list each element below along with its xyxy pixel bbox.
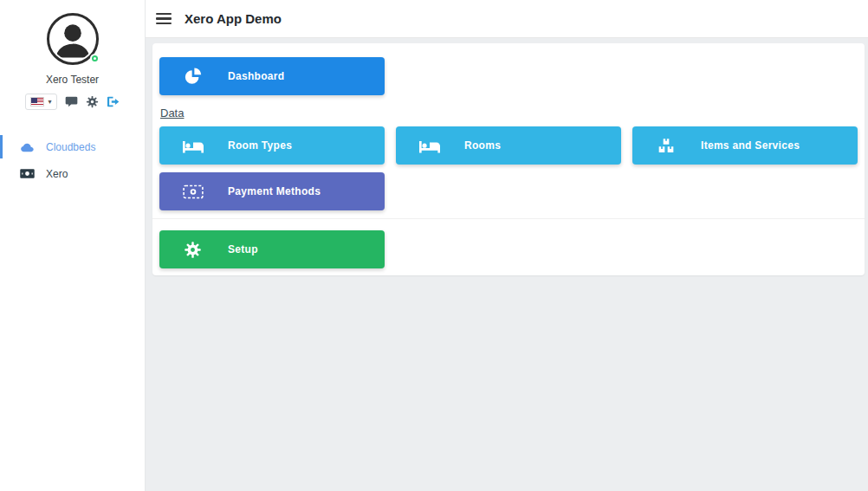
room-types-button[interactable]: Room Types xyxy=(159,126,385,165)
bed-icon xyxy=(418,138,441,153)
rooms-button-label: Rooms xyxy=(464,139,501,152)
content-area: Dashboard Data Room Types Rooms xyxy=(146,38,868,491)
payment-methods-button-label: Payment Methods xyxy=(228,185,321,197)
pie-chart-icon xyxy=(181,67,204,86)
money-bill-icon xyxy=(181,184,204,199)
user-silhouette-icon xyxy=(51,17,94,61)
user-name: Xero Tester xyxy=(46,74,99,86)
app-window: Xero Tester ▾ xyxy=(0,0,868,491)
caret-down-icon: ▾ xyxy=(48,99,51,106)
cloud-icon xyxy=(20,141,35,152)
dashboard-button[interactable]: Dashboard xyxy=(159,57,385,95)
sidebar-item-label: Cloudbeds xyxy=(46,141,95,153)
sidebar-item-label: Xero xyxy=(46,168,68,180)
gear-icon[interactable] xyxy=(86,95,99,108)
actions-card: Dashboard Data Room Types Rooms xyxy=(152,43,865,275)
page-title: Xero App Demo xyxy=(185,11,282,26)
money-bill-icon xyxy=(20,168,35,179)
main-column: Xero App Demo Dashboard Data Room T xyxy=(146,0,868,491)
data-buttons-row: Room Types Rooms Items and Services xyxy=(159,126,858,165)
room-types-button-label: Room Types xyxy=(228,139,292,152)
language-selector[interactable]: ▾ xyxy=(25,94,56,110)
payment-methods-button[interactable]: Payment Methods xyxy=(159,172,385,210)
items-and-services-button[interactable]: Items and Services xyxy=(632,126,858,165)
data-section-heading[interactable]: Data xyxy=(160,107,184,120)
boxes-icon xyxy=(654,138,677,154)
menu-icon[interactable] xyxy=(156,13,172,25)
top-bar: Xero App Demo xyxy=(146,0,868,38)
us-flag-icon xyxy=(30,97,44,107)
setup-button[interactable]: Setup xyxy=(159,230,385,268)
dashboard-button-label: Dashboard xyxy=(228,70,284,82)
profile-controls: ▾ xyxy=(25,94,119,110)
sidebar-item-xero[interactable]: Xero xyxy=(0,160,145,187)
sidebar-item-cloudbeds[interactable]: Cloudbeds xyxy=(0,133,145,160)
user-profile: Xero Tester ▾ xyxy=(0,0,145,110)
rooms-button[interactable]: Rooms xyxy=(396,126,621,165)
bed-icon xyxy=(181,138,204,153)
gear-icon xyxy=(181,241,204,259)
section-divider xyxy=(152,218,865,219)
sign-out-icon[interactable] xyxy=(107,95,120,108)
avatar xyxy=(47,13,99,65)
comment-icon[interactable] xyxy=(65,95,78,108)
items-and-services-button-label: Items and Services xyxy=(701,139,800,152)
online-status-indicator xyxy=(92,55,98,61)
setup-button-label: Setup xyxy=(228,243,258,255)
sidebar-menu: Cloudbeds Xero xyxy=(0,133,145,187)
sidebar: Xero Tester ▾ xyxy=(0,0,146,491)
